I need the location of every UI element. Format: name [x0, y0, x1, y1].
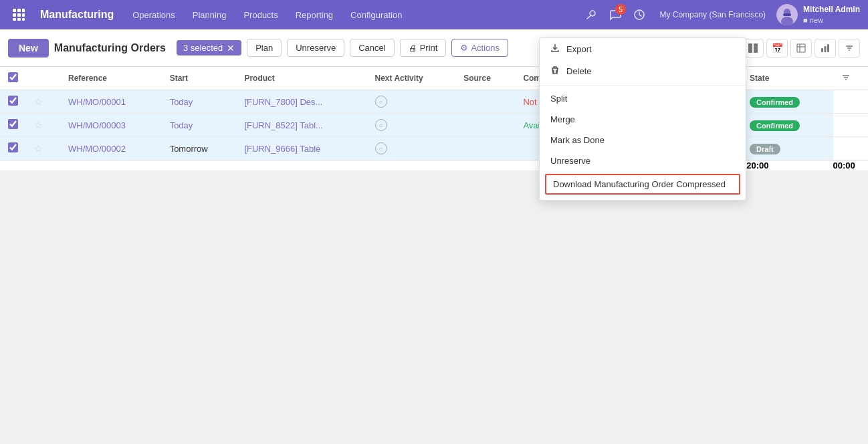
cancel-button[interactable]: Cancel [350, 39, 394, 57]
star-icon[interactable]: ☆ [34, 120, 43, 130]
nav-reporting[interactable]: Reporting [288, 7, 341, 23]
avatar[interactable] [776, 4, 798, 25]
start-date: Today [170, 120, 193, 130]
delete-label: Delete [566, 66, 592, 76]
ref-link[interactable]: WH/MO/00001 [68, 97, 126, 107]
graph-view-button[interactable] [815, 39, 836, 58]
ref-link[interactable]: WH/MO/00002 [68, 144, 126, 154]
row-ref[interactable]: WH/MO/00001 [60, 90, 162, 114]
product-name: [FURN_7800] Des... [244, 97, 322, 107]
state-badge: Confirmed [750, 97, 800, 108]
activity-clock-icon[interactable]: ○ [375, 96, 387, 108]
row-checkbox[interactable] [8, 142, 18, 152]
svg-rect-7 [17, 18, 21, 21]
nav-links: Operations Planning Products Reporting C… [124, 7, 410, 23]
svg-rect-5 [22, 13, 25, 17]
nav-products[interactable]: Products [235, 7, 286, 23]
star-icon[interactable]: ☆ [34, 96, 43, 107]
unreserve-button[interactable]: Unreserve [287, 39, 344, 57]
gear-icon: ⚙ [460, 43, 468, 53]
col-settings[interactable] [833, 67, 868, 90]
row-checkbox[interactable] [8, 119, 18, 129]
export-item[interactable]: Export [540, 38, 746, 60]
activity-clock-icon[interactable]: ○ [375, 119, 387, 131]
clock-icon[interactable] [630, 5, 649, 24]
user-name: Mitchell Admin [803, 5, 860, 15]
row-source [455, 137, 515, 160]
nav-configuration[interactable]: Configuration [342, 7, 410, 23]
footer-col7: 00:00 [833, 160, 868, 171]
user-info[interactable]: Mitchell Admin ■ new [803, 5, 860, 25]
nav-planning[interactable]: Planning [185, 7, 235, 23]
clear-selection-icon[interactable]: ✕ [227, 43, 235, 53]
row-ref[interactable]: WH/MO/00003 [60, 114, 162, 137]
nav-operations[interactable]: Operations [124, 7, 183, 23]
col-source[interactable]: Source [455, 67, 515, 90]
delete-icon [550, 66, 560, 77]
svg-rect-21 [825, 46, 827, 52]
row-source [455, 114, 515, 137]
col-start[interactable]: Start [162, 67, 237, 90]
state-badge: Draft [750, 144, 780, 154]
row-star[interactable]: ☆ [26, 114, 60, 137]
new-button[interactable]: New [8, 39, 49, 58]
actions-dropdown: Export Delete Split Merge Mark as Done U… [539, 37, 746, 171]
row-checkbox-cell[interactable] [0, 137, 26, 160]
row-checkbox[interactable] [8, 96, 18, 106]
row-start: Today [162, 90, 237, 114]
star-icon[interactable]: ☆ [34, 143, 43, 154]
selected-badge[interactable]: 3 selected ✕ [177, 40, 241, 56]
print-button[interactable]: 🖨 Print [400, 39, 447, 57]
pivot-view-button[interactable] [790, 39, 812, 58]
plan-button[interactable]: Plan [247, 39, 282, 57]
row-state: Confirmed [742, 114, 833, 137]
search-icon[interactable] [582, 5, 601, 24]
row-star[interactable]: ☆ [26, 90, 60, 114]
svg-rect-8 [22, 18, 25, 21]
row-activity[interactable]: ○ [367, 137, 456, 160]
discuss-icon[interactable]: 5 [606, 5, 625, 24]
delete-item[interactable]: Delete [540, 60, 746, 82]
messages-badge: 5 [615, 4, 626, 15]
unreserve-label: Unreserve [550, 156, 590, 166]
ref-link[interactable]: WH/MO/00003 [68, 120, 126, 130]
row-state: Draft [742, 137, 833, 160]
row-checkbox-cell[interactable] [0, 114, 26, 137]
col-next-activity[interactable]: Next Activity [367, 67, 456, 90]
col-product[interactable]: Product [236, 67, 366, 90]
row-star[interactable]: ☆ [26, 137, 60, 160]
merge-item[interactable]: Merge [540, 109, 746, 130]
col-reference[interactable]: Reference [60, 67, 162, 90]
actions-button[interactable]: ⚙ Actions [451, 39, 508, 57]
merge-label: Merge [550, 114, 575, 124]
select-all-header[interactable] [0, 67, 26, 90]
row-activity[interactable]: ○ [367, 114, 456, 137]
svg-rect-4 [17, 13, 21, 17]
svg-rect-17 [797, 44, 805, 52]
company-info[interactable]: My Company (San Francisco) [654, 10, 771, 19]
row-start: Tomorrow [162, 137, 237, 160]
apps-icon[interactable] [8, 4, 29, 25]
filter-icon[interactable] [839, 39, 860, 58]
select-all-checkbox[interactable] [8, 72, 18, 82]
col-state[interactable]: State [742, 67, 833, 90]
row-source [455, 90, 515, 114]
svg-rect-1 [17, 9, 21, 12]
svg-rect-2 [22, 9, 25, 12]
mark-done-item[interactable]: Mark as Done [540, 130, 746, 150]
split-item[interactable]: Split [540, 88, 746, 109]
row-checkbox-cell[interactable] [0, 90, 26, 114]
state-badge: Confirmed [750, 120, 800, 131]
product-name: [FURN_9666] Table [244, 144, 320, 154]
col-star [26, 67, 60, 90]
row-ref[interactable]: WH/MO/00002 [60, 137, 162, 160]
start-date: Tomorrow [170, 144, 208, 154]
unreserve-item[interactable]: Unreserve [540, 150, 746, 171]
row-state: Confirmed [742, 90, 833, 114]
split-label: Split [550, 94, 567, 104]
row-product: [FURN_7800] Des... [236, 90, 366, 114]
printer-icon: 🖨 [409, 43, 417, 53]
row-activity[interactable]: ○ [367, 90, 456, 114]
activity-clock-icon[interactable]: ○ [375, 142, 387, 154]
calendar-view-button[interactable]: 📅 [766, 39, 788, 58]
